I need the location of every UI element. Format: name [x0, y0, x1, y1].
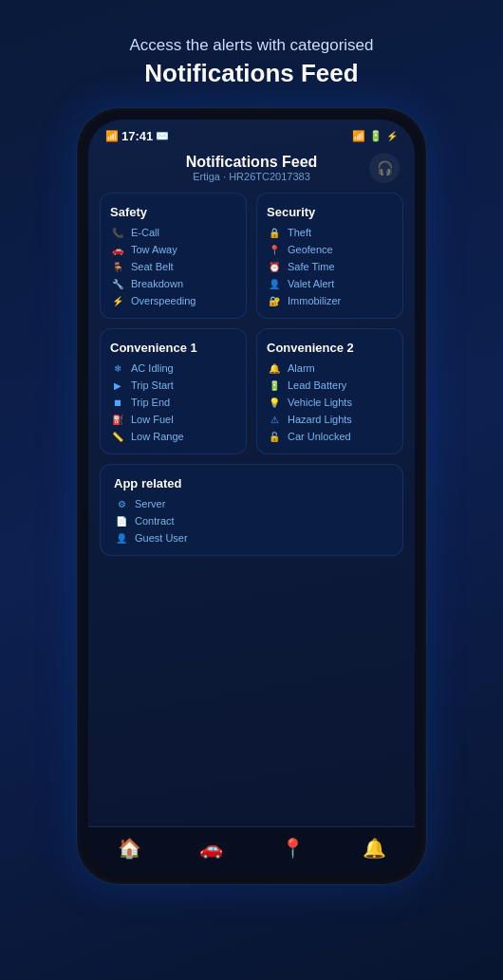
- list-item[interactable]: 🚗 Tow Away: [110, 244, 236, 255]
- immobilizer-icon: 🔐: [267, 296, 282, 306]
- headset-button[interactable]: 🎧: [369, 153, 400, 183]
- list-item[interactable]: 🔋 Lead Battery: [267, 379, 393, 391]
- contract-icon: 📄: [114, 516, 129, 527]
- signal-icon: 📶: [105, 130, 119, 142]
- theft-label: Theft: [288, 227, 311, 238]
- list-item[interactable]: 👤 Valet Alert: [267, 278, 393, 289]
- alarm-icon: 🔔: [267, 363, 282, 374]
- immobilizer-label: Immobilizer: [288, 295, 341, 306]
- bell-icon: 🔔: [363, 837, 386, 860]
- security-title: Security: [267, 205, 393, 219]
- server-icon: ⚙: [114, 499, 129, 509]
- screen-header-center: Notifications Feed Ertiga · HR26TC201738…: [186, 154, 318, 182]
- list-item[interactable]: 📄 Contract: [114, 515, 389, 527]
- convenience1-title: Convenience 1: [110, 341, 236, 355]
- header-text: Access the alerts with categorised: [129, 36, 373, 55]
- safetime-label: Safe Time: [288, 261, 335, 272]
- convenience-grid: Convenience 1 ❄ AC Idling ▶ Trip Start ⏹…: [100, 328, 403, 454]
- message-icon: ✉️: [156, 130, 169, 142]
- status-time: 17:41: [121, 129, 153, 143]
- towaway-icon: 🚗: [110, 245, 125, 255]
- list-item[interactable]: ❄ AC Idling: [110, 362, 236, 374]
- status-right: 📶 🔋 ⚡: [352, 130, 398, 142]
- tripstart-icon: ▶: [110, 380, 125, 391]
- leadbattery-label: Lead Battery: [288, 379, 346, 391]
- geofence-icon: 📍: [267, 245, 282, 255]
- list-item[interactable]: 📍 Geofence: [267, 244, 393, 255]
- location-icon: 📍: [281, 837, 305, 860]
- nav-location[interactable]: 📍: [281, 837, 305, 860]
- overspeeding-label: Overspeeding: [131, 295, 196, 306]
- convenience2-card: Convenience 2 🔔 Alarm 🔋 Lead Battery 💡 V…: [256, 328, 403, 454]
- overspeeding-icon: ⚡: [110, 296, 125, 306]
- contract-label: Contract: [135, 515, 175, 527]
- list-item[interactable]: 🔐 Immobilizer: [267, 295, 393, 306]
- lowrange-label: Low Range: [131, 431, 184, 442]
- guestuser-label: Guest User: [135, 532, 188, 544]
- list-item[interactable]: 💡 Vehicle Lights: [267, 397, 393, 408]
- screen-content: Notifications Feed Ertiga · HR26TC201738…: [88, 147, 415, 826]
- tripend-icon: ⏹: [110, 398, 125, 408]
- theft-icon: 🔒: [267, 228, 282, 238]
- top-grid: Safety 📞 E-Call 🚗 Tow Away 🪑 Seat Belt: [100, 193, 403, 319]
- car-icon: 🚗: [199, 837, 223, 860]
- screen-header: Notifications Feed Ertiga · HR26TC201738…: [100, 147, 403, 193]
- tripstart-label: Trip Start: [131, 379, 174, 391]
- hazardlights-icon: ⚠: [267, 415, 282, 425]
- leadbattery-icon: 🔋: [267, 380, 282, 391]
- geofence-label: Geofence: [288, 244, 333, 255]
- phone-screen-container: 📶 17:41 ✉️ 📶 🔋 ⚡ Notifications Feed Erti…: [88, 120, 415, 873]
- acidling-label: AC Idling: [131, 362, 174, 374]
- list-item[interactable]: 📞 E-Call: [110, 227, 236, 238]
- list-item[interactable]: 👤 Guest User: [114, 532, 389, 544]
- wifi-icon: 📶: [352, 130, 365, 142]
- screen-title: Notifications Feed: [186, 154, 318, 171]
- breakdown-label: Breakdown: [131, 278, 183, 289]
- phone-frame: 📶 17:41 ✉️ 📶 🔋 ⚡ Notifications Feed Erti…: [76, 107, 427, 885]
- lowfuel-label: Low Fuel: [131, 414, 174, 425]
- valet-icon: 👤: [267, 279, 282, 289]
- nav-notifications[interactable]: 🔔: [363, 837, 386, 860]
- tripend-label: Trip End: [131, 397, 170, 408]
- status-bar: 📶 17:41 ✉️ 📶 🔋 ⚡: [88, 120, 415, 147]
- status-left: 📶 17:41 ✉️: [105, 129, 169, 143]
- nav-car[interactable]: 🚗: [199, 837, 223, 860]
- home-icon: 🏠: [118, 837, 141, 860]
- list-item[interactable]: ⏹ Trip End: [110, 397, 236, 408]
- carunlocked-label: Car Unlocked: [288, 431, 351, 442]
- list-item[interactable]: 🪑 Seat Belt: [110, 261, 236, 272]
- hazardlights-label: Hazard Lights: [288, 414, 352, 425]
- guestuser-icon: 👤: [114, 533, 129, 544]
- valet-label: Valet Alert: [288, 278, 334, 289]
- list-item[interactable]: 🔒 Theft: [267, 227, 393, 238]
- seatbelt-label: Seat Belt: [131, 261, 174, 272]
- safety-title: Safety: [110, 205, 236, 219]
- list-item[interactable]: ⚠ Hazard Lights: [267, 414, 393, 425]
- alarm-label: Alarm: [288, 362, 315, 374]
- breakdown-icon: 🔧: [110, 279, 125, 289]
- battery-icon: 🔋: [369, 130, 382, 142]
- vehiclelights-label: Vehicle Lights: [288, 397, 352, 408]
- apprelated-title: App related: [114, 476, 389, 490]
- ecall-icon: 📞: [110, 228, 125, 238]
- nav-home[interactable]: 🏠: [118, 837, 141, 860]
- list-item[interactable]: 🔓 Car Unlocked: [267, 431, 393, 442]
- safetime-icon: ⏰: [267, 262, 282, 272]
- safety-card: Safety 📞 E-Call 🚗 Tow Away 🪑 Seat Belt: [100, 193, 247, 319]
- list-item[interactable]: 🔔 Alarm: [267, 362, 393, 374]
- lowrange-icon: 📏: [110, 432, 125, 442]
- server-label: Server: [135, 498, 165, 509]
- header-title: Notifications Feed: [144, 59, 358, 88]
- list-item[interactable]: ⛽ Low Fuel: [110, 414, 236, 425]
- convenience2-title: Convenience 2: [267, 341, 393, 355]
- list-item[interactable]: 🔧 Breakdown: [110, 278, 236, 289]
- list-item[interactable]: 📏 Low Range: [110, 431, 236, 442]
- list-item[interactable]: ⏰ Safe Time: [267, 261, 393, 272]
- list-item[interactable]: ▶ Trip Start: [110, 379, 236, 391]
- convenience1-card: Convenience 1 ❄ AC Idling ▶ Trip Start ⏹…: [100, 328, 247, 454]
- list-item[interactable]: ⚡ Overspeeding: [110, 295, 236, 306]
- list-item[interactable]: ⚙ Server: [114, 498, 389, 509]
- ecall-label: E-Call: [131, 227, 159, 238]
- charging-icon: ⚡: [386, 131, 398, 141]
- seatbelt-icon: 🪑: [110, 262, 125, 272]
